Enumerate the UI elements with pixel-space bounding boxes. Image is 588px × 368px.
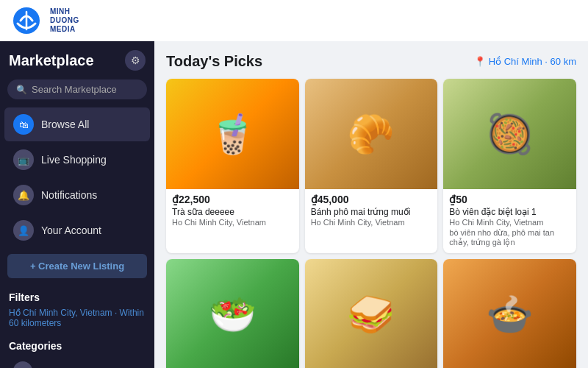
logo-text: MINH DUONG MEDIA: [50, 7, 79, 34]
sidebar-item-browse-all[interactable]: 🛍 Browse All: [4, 107, 150, 141]
product-image-p2: 🥐: [305, 79, 438, 189]
product-card-p1[interactable]: 🧋₫22,500Trà sữa deeeeeHo Chi Minh City, …: [166, 79, 299, 253]
top-bar: MINH DUONG MEDIA: [0, 0, 588, 41]
product-price-p2: ₫45,000: [311, 194, 432, 205]
logo: MINH DUONG MEDIA: [9, 6, 79, 35]
product-price-p3: ₫50: [449, 194, 570, 205]
browse-all-icon: 🛍: [13, 114, 34, 135]
sidebar-title: Marketplace: [9, 52, 94, 69]
product-location-p2: Ho Chi Minh City, Vietnam: [311, 218, 432, 227]
search-bar[interactable]: 🔍 Search Marketplace: [7, 79, 147, 99]
product-name-p2: Bánh phô mai trứng muối: [311, 207, 432, 217]
pin-icon: 📍: [474, 56, 486, 67]
your-account-label: Your Account: [41, 224, 101, 236]
search-icon: 🔍: [16, 85, 27, 95]
product-info-p1: ₫22,500Trà sữa deeeeeHo Chi Minh City, V…: [166, 189, 299, 233]
product-name-p3: Bò viên đặc biệt loại 1: [449, 207, 570, 217]
sidebar-item-notifications[interactable]: 🔔 Notifications: [4, 178, 150, 212]
filter-location[interactable]: Hồ Chí Minh City, Vietnam · Within 60 ki…: [0, 306, 154, 334]
product-card-p2[interactable]: 🥐₫45,000Bánh phô mai trứng muốiHo Chi Mi…: [305, 79, 438, 253]
product-card-p4[interactable]: 🥗₫35,000Canh rau xanhHo Chi Minh City, V…: [166, 259, 299, 368]
content-header: Today's Picks 📍 Hồ Chí Minh · 60 km: [166, 53, 576, 70]
sidebar-item-your-account[interactable]: 👤 Your Account: [4, 213, 150, 247]
product-image-p6: 🍲: [443, 259, 576, 368]
categories-title: Categories: [0, 334, 154, 355]
vehicles-icon: 🚗: [13, 361, 32, 368]
product-image-p5: 🥪: [305, 259, 438, 368]
live-shopping-label: Live Shopping: [41, 154, 107, 166]
search-placeholder: Search Marketplace: [32, 84, 117, 95]
sidebar: Marketplace ⚙ 🔍 Search Marketplace 🛍 Bro…: [0, 41, 154, 368]
location-tag[interactable]: 📍 Hồ Chí Minh · 60 km: [474, 56, 576, 67]
create-listing-button[interactable]: + Create New Listing: [7, 254, 147, 278]
gear-icon[interactable]: ⚙: [125, 50, 146, 71]
notifications-label: Notifications: [41, 189, 97, 201]
product-card-p3[interactable]: 🥘₫50Bò viên đặc biệt loại 1Ho Chi Minh C…: [443, 79, 576, 253]
account-icon: 👤: [13, 220, 34, 241]
product-card-p5[interactable]: 🥪₫25,000Bánh mì sandwichHo Chi Minh City…: [305, 259, 438, 368]
product-grid: 🧋₫22,500Trà sữa deeeeeHo Chi Minh City, …: [166, 79, 576, 368]
browse-all-label: Browse All: [41, 118, 89, 130]
content-area: Today's Picks 📍 Hồ Chí Minh · 60 km 🧋₫22…: [154, 41, 588, 368]
product-location-p3: Ho Chi Minh City, Vietnam: [449, 218, 570, 227]
category-vehicles[interactable]: 🚗 Vehicles: [4, 355, 150, 368]
vehicles-label: Vehicles: [40, 366, 75, 369]
product-info-p2: ₫45,000Bánh phô mai trứng muốiHo Chi Min…: [305, 189, 438, 233]
product-image-p3: 🥘: [443, 79, 576, 189]
product-image-p4: 🥗: [166, 259, 299, 368]
product-info-p3: ₫50Bò viên đặc biệt loại 1Ho Chi Minh Ci…: [443, 189, 576, 253]
product-location-p1: Ho Chi Minh City, Vietnam: [172, 218, 293, 227]
product-price-p1: ₫22,500: [172, 194, 293, 205]
location-label: Hồ Chí Minh · 60 km: [489, 56, 576, 67]
main-layout: Marketplace ⚙ 🔍 Search Marketplace 🛍 Bro…: [0, 41, 588, 368]
product-card-p6[interactable]: 🍲₫55,000Súp hải sảnHo Chi Minh City, Vie…: [443, 259, 576, 368]
product-desc-p3: bò viên nho dừa, phô mai tan chảy, trứng…: [449, 228, 570, 247]
logo-icon: [9, 6, 44, 35]
sidebar-item-live-shopping[interactable]: 📺 Live Shopping: [4, 143, 150, 177]
product-name-p1: Trà sữa deeeee: [172, 207, 293, 217]
notifications-icon: 🔔: [13, 185, 34, 205]
product-image-p1: 🧋: [166, 79, 299, 189]
filters-section-title: Filters: [0, 284, 154, 306]
sidebar-header: Marketplace ⚙: [0, 41, 154, 77]
section-title: Today's Picks: [166, 53, 262, 70]
live-shopping-icon: 📺: [13, 149, 34, 170]
